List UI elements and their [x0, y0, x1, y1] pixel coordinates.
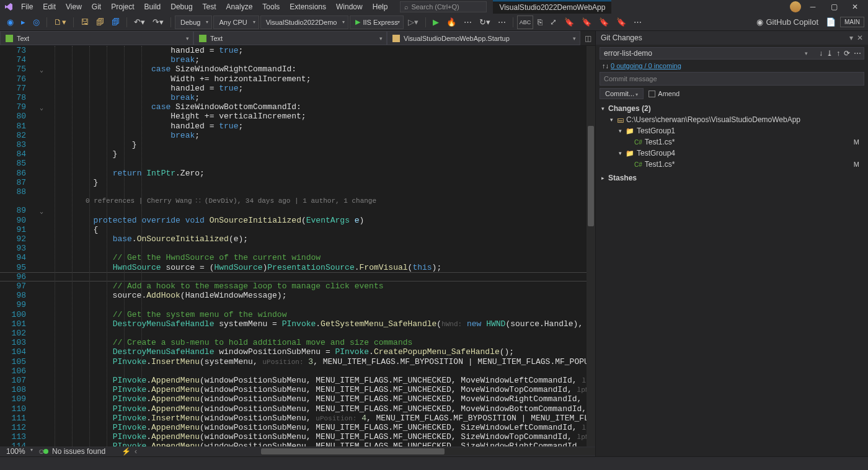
branch-selector[interactable]: error-list-demo ↓ ⤓ ↑ ⟳ ⋯	[600, 47, 864, 60]
save-all2-icon[interactable]: 🗐	[108, 16, 123, 29]
spell-check-icon[interactable]: ABC	[517, 16, 534, 29]
amend-checkbox[interactable]: Amend	[649, 90, 680, 97]
nav-type-dropdown[interactable]: Text	[193, 31, 387, 45]
hscroll-thumb[interactable]	[261, 448, 445, 454]
vscroll-thumb[interactable]	[588, 126, 594, 226]
main-menu: FileEditViewGitProjectBuildDebugTestAnal…	[16, 1, 392, 13]
close-button[interactable]: ✕	[846, 0, 864, 14]
fetch-icon[interactable]: ↓	[819, 49, 823, 58]
lightning-icon[interactable]: ⚡	[118, 447, 135, 456]
save-all-icon[interactable]: 🗐	[93, 16, 107, 29]
bookmark2-icon[interactable]: 🔖	[578, 16, 595, 29]
search-box[interactable]: ⌕ Search (Ctrl+Q)	[400, 1, 487, 12]
nav-back-icon[interactable]: ◉	[4, 16, 17, 29]
panel-close-icon[interactable]: ✕	[857, 33, 863, 42]
commit-button[interactable]: Commit...	[600, 88, 644, 99]
menu-test[interactable]: Test	[198, 1, 221, 13]
new-item-icon[interactable]: ◎	[30, 16, 43, 29]
fold-toggle[interactable]: ⌄	[40, 207, 43, 216]
menu-debug[interactable]: Debug	[166, 1, 197, 13]
issues-label[interactable]: No issues found	[52, 447, 105, 456]
zoom-dropdown[interactable]: 100%	[4, 446, 34, 456]
nav-scope-dropdown[interactable]: Text	[0, 31, 193, 45]
debug-target-icon[interactable]: ▷▾	[405, 16, 422, 29]
menu-git[interactable]: Git	[87, 1, 106, 13]
menu-tools[interactable]: Tools	[257, 1, 285, 13]
menu-file[interactable]: File	[16, 1, 38, 13]
push-icon[interactable]: ↑	[836, 49, 840, 58]
folder-testgroup4[interactable]: ▾📁TestGroup4	[600, 148, 864, 159]
split-editor-icon[interactable]: ◫	[580, 31, 595, 45]
browser-link-icon[interactable]: ⋯	[461, 16, 475, 29]
panel-menu-icon[interactable]: ▾	[849, 33, 853, 42]
menu-view[interactable]: View	[61, 1, 87, 13]
avatar[interactable]	[790, 1, 801, 12]
csharp-file-icon: C#	[634, 161, 642, 168]
save-icon[interactable]: 🖫	[78, 16, 92, 29]
menu-analyze[interactable]: Analyze	[221, 1, 258, 13]
caret-left-icon[interactable]: ‹	[135, 447, 137, 456]
repo-root[interactable]: ▾ 🖴 C:\Users\cherwan\Repos\VisualStudioD…	[600, 114, 864, 125]
vertical-scrollbar[interactable]	[587, 46, 595, 446]
horizontal-scrollbar[interactable]	[261, 448, 595, 455]
codelens[interactable]: 0 references | Cherry Wang ⸬ (DevDiv), 3…	[86, 197, 376, 206]
minimize-button[interactable]: ─	[804, 0, 822, 14]
startup-project-dropdown[interactable]: VisualStudio2022Demo	[260, 16, 349, 29]
search-icon: ⌕	[404, 3, 409, 11]
start-debug-icon[interactable]: ▶	[430, 16, 442, 29]
vs-logo-icon	[4, 2, 14, 12]
menu-help[interactable]: Help	[368, 1, 393, 13]
changes-header[interactable]: ▾ Changes (2)	[600, 103, 864, 114]
more-icon[interactable]: ⋯	[854, 49, 861, 58]
folder-icon: 📁	[626, 127, 634, 135]
run-iis-button[interactable]: ▶ IIS Express	[350, 16, 403, 29]
menu-extensions[interactable]: Extensions	[285, 1, 331, 13]
fold-toggle[interactable]: ⌄	[40, 104, 43, 113]
git-changes-panel: Git Changes ▾ ✕ error-list-demo ↓ ⤓ ↑ ⟳ …	[595, 31, 868, 456]
main-toolbar: ◉ ▸ ◎ 🗋▾ 🖫 🗐 🗐 ↶▾ ↷▾ Debug Any CPU Visua…	[0, 14, 868, 31]
nav-fwd-icon[interactable]: ▸	[18, 16, 29, 29]
pull-icon[interactable]: ⤓	[826, 49, 833, 58]
config-dropdown[interactable]: Debug	[175, 16, 212, 29]
checkbox-icon	[649, 91, 655, 97]
nav-member-dropdown[interactable]: VisualStudioDemoWebApp.Startup	[387, 31, 580, 45]
menu-edit[interactable]: Edit	[38, 1, 61, 13]
overflow-icon[interactable]: ⋯	[495, 16, 509, 29]
stashes-header[interactable]: ▸ Stashes	[600, 172, 864, 184]
menu-window[interactable]: Window	[331, 1, 368, 13]
commit-message-input[interactable]: Commit message	[600, 72, 864, 86]
navbar: Text Text VisualStudioDemoWebApp.Startup…	[0, 31, 595, 46]
toggle1-icon[interactable]: ⎘	[534, 16, 546, 29]
fold-toggle[interactable]: ⌄	[40, 66, 43, 75]
statusbar	[0, 456, 868, 470]
platform-dropdown[interactable]: Any CPU	[213, 16, 259, 29]
hot-reload-icon[interactable]: 🔥	[443, 16, 459, 29]
toggle2-icon[interactable]: ⤢	[547, 16, 560, 29]
redo-icon[interactable]: ↷▾	[149, 16, 167, 29]
code-editor[interactable]: 7374757677787980818283848586878889909192…	[0, 46, 595, 446]
csharp-file-icon: C#	[634, 139, 642, 146]
changes-tree: ▾ Changes (2) ▾ 🖴 C:\Users\cherwan\Repos…	[596, 102, 868, 185]
menu-project[interactable]: Project	[106, 1, 139, 13]
bookmark4-icon[interactable]: 🔖	[613, 16, 629, 29]
folder-testgroup1[interactable]: ▾📁TestGroup1	[600, 125, 864, 136]
copilot-button[interactable]: ◉ GitHub Copilot	[753, 16, 822, 29]
branch-indicator[interactable]: MAIN	[840, 17, 864, 27]
bookmark3-icon[interactable]: 🔖	[596, 16, 612, 29]
maximize-button[interactable]: ▢	[825, 0, 843, 14]
file-item[interactable]: C#Test1.cs*M	[600, 136, 864, 148]
sync-link[interactable]: 0 outgoing / 0 incoming	[611, 62, 681, 69]
folder-icon: 🖴	[617, 116, 624, 123]
file-item[interactable]: C#Test1.cs*M	[600, 159, 864, 170]
menu-build[interactable]: Build	[140, 1, 166, 13]
solution-tab[interactable]: VisualStudio2022DemoWebApp	[493, 1, 611, 14]
bookmark1-icon[interactable]: 🔖	[561, 16, 577, 29]
refresh-icon[interactable]: ↻▾	[476, 16, 494, 29]
member-icon	[392, 35, 400, 42]
chevron-down-icon: ▾	[617, 150, 623, 156]
sync-icon[interactable]: ⟳	[844, 49, 850, 58]
undo-icon[interactable]: ↶▾	[131, 16, 148, 29]
share-icon[interactable]: 📄	[823, 16, 839, 29]
open-file-icon[interactable]: 🗋▾	[51, 16, 69, 29]
overflow2-icon[interactable]: ⋯	[631, 16, 645, 29]
